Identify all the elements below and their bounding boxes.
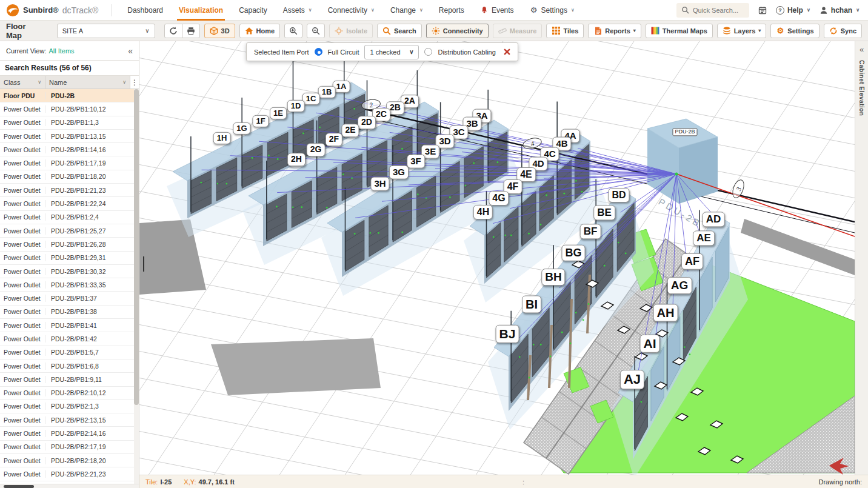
table-row[interactable]: Power OutletPDU-2B/PB1:29,31	[0, 252, 139, 265]
column-header-name[interactable]: Name ∨	[45, 76, 130, 89]
rack-label-2h[interactable]: 2H	[287, 153, 305, 166]
table-row[interactable]: Power OutletPDU-2B/PB2:14,16	[0, 427, 139, 440]
table-row[interactable]: Power OutletPDU-2B/PB1:14,16	[0, 143, 139, 156]
rack-label-af[interactable]: AF	[681, 253, 703, 270]
nav-item-events[interactable]: Events	[472, 0, 522, 21]
table-row[interactable]: Power OutletPDU-2B/PB1:37	[0, 292, 139, 305]
table-menu-icon[interactable]: ⋮	[130, 76, 139, 89]
table-row[interactable]: Power OutletPDU-2B/PB2:18,20	[0, 454, 139, 467]
rack-label-2g[interactable]: 2G	[307, 143, 326, 156]
rack-label-bj[interactable]: BJ	[496, 325, 519, 343]
rack-label-bi[interactable]: BI	[522, 296, 541, 313]
rack-label-1h[interactable]: 1H	[213, 132, 231, 144]
table-row[interactable]: Power OutletPDU-2B/PB1:22,24	[0, 197, 139, 210]
site-selector[interactable]: SITE A ∨	[57, 24, 155, 38]
table-row[interactable]: Power OutletPDU-2B/PB2:21,23	[0, 467, 139, 481]
search-button[interactable]: Search	[377, 24, 422, 38]
rack-label-ah[interactable]: AH	[653, 304, 678, 322]
scrollbar-thumb[interactable]	[134, 89, 139, 405]
rack-label-3f[interactable]: 3F	[407, 155, 425, 169]
print-button[interactable]	[182, 24, 200, 38]
scrollbar-thumb[interactable]	[4, 485, 34, 488]
floor-map-3d-canvas[interactable]: PDU-2B Selected Item Port Full Circuit 1…	[139, 41, 855, 475]
table-row[interactable]: Power OutletPDU-2B/PB1:5,7	[0, 346, 139, 359]
isolate-button[interactable]: Isolate	[329, 24, 373, 38]
rack-label-bf[interactable]: BF	[580, 224, 601, 239]
table-row[interactable]: Power OutletPDU-2B/PB1:1,3	[0, 116, 139, 130]
rack-label-1f[interactable]: 1F	[252, 115, 269, 127]
rack-label-ae[interactable]: AE	[693, 230, 715, 246]
checked-items-dropdown[interactable]: 1 checked ∨	[364, 45, 419, 59]
rack-label-bh[interactable]: BH	[541, 269, 565, 286]
selected-item-port-radio[interactable]	[315, 48, 322, 56]
table-row[interactable]: Power OutletPDU-2B/PB2:10,12	[0, 387, 139, 400]
column-header-class[interactable]: Class ∨	[0, 76, 45, 89]
zoom-out-button[interactable]	[307, 24, 325, 38]
table-row[interactable]: Power OutletPDU-2B/PB1:18,20	[0, 170, 139, 184]
table-row[interactable]: Power OutletPDU-2B/PB2:1,3	[0, 400, 139, 413]
table-row[interactable]: Power OutletPDU-2B/PB1:30,32	[0, 265, 139, 278]
table-row[interactable]: Power OutletPDU-2B/PB1:41	[0, 319, 139, 332]
settings-button[interactable]: ⚙Settings	[770, 24, 819, 38]
table-row[interactable]: Power OutletPDU-2B/PB1:33,35	[0, 278, 139, 292]
table-row[interactable]: Power OutletPDU-2B/PB1:38	[0, 306, 139, 319]
table-row[interactable]: Power OutletPDU-2B/PB2:13,15	[0, 413, 139, 427]
user-menu[interactable]: hchan ∨	[820, 6, 860, 15]
nav-item-capacity[interactable]: Capacity	[231, 0, 275, 21]
table-row[interactable]: Power OutletPDU-2B/PB1:13,15	[0, 130, 139, 143]
table-row[interactable]: Power OutletPDU-2B/PB1:17,19	[0, 156, 139, 170]
rack-label-4g[interactable]: 4G	[489, 191, 509, 206]
table-row[interactable]: Floor PDUPDU-2B	[0, 89, 139, 102]
table-row[interactable]: Power OutletPDU-2B/PB1:42	[0, 332, 139, 346]
close-icon[interactable]	[504, 48, 510, 55]
cabinet-elevation-tab[interactable]: Cabinet Elevation	[858, 60, 865, 116]
rack-label-3h[interactable]: 3H	[370, 177, 389, 191]
table-row[interactable]: Power OutletPDU-2B/PB1:10,12	[0, 102, 139, 116]
current-view-value[interactable]: All Items	[48, 47, 74, 55]
measure-button[interactable]: Measure	[493, 24, 542, 38]
refresh-button[interactable]	[164, 24, 182, 38]
nav-item-connectivity[interactable]: Connectivity∨	[320, 0, 382, 21]
tiles-button[interactable]: Tiles	[546, 24, 584, 38]
rack-label-ai[interactable]: AI	[640, 335, 660, 353]
rack-label-2e[interactable]: 2E	[341, 124, 359, 137]
rack-label-1d[interactable]: 1D	[287, 100, 305, 112]
rack-label-1b[interactable]: 1B	[318, 86, 336, 98]
rack-label-be[interactable]: BE	[593, 205, 615, 220]
quick-search-input[interactable]	[693, 7, 744, 14]
rack-label-ag[interactable]: AG	[667, 277, 692, 294]
sidebar-vertical-scrollbar[interactable]	[134, 89, 139, 484]
distribution-cabling-radio[interactable]	[424, 48, 432, 56]
table-row[interactable]: Power OutletPDU-2B/PB1:25,27	[0, 224, 139, 238]
layers-button[interactable]: Layers▾	[717, 24, 767, 38]
home-button[interactable]: Home	[239, 24, 281, 38]
nav-item-reports[interactable]: Reports	[431, 0, 472, 21]
rack-label-1e[interactable]: 1E	[270, 107, 287, 119]
rack-label-3g[interactable]: 3G	[389, 165, 409, 179]
nav-item-change[interactable]: Change∨	[382, 0, 431, 21]
rack-label-ad[interactable]: AD	[703, 212, 725, 227]
panel-collapse-icon[interactable]: «	[860, 45, 864, 54]
rack-label-2d[interactable]: 2D	[358, 116, 376, 129]
sync-button[interactable]: Sync	[824, 24, 862, 38]
rack-label-aj[interactable]: AJ	[620, 370, 644, 389]
table-row[interactable]: Power OutletPDU-2B/PB1:26,28	[0, 238, 139, 251]
rack-label-4h[interactable]: 4H	[473, 205, 493, 219]
nav-item-assets[interactable]: Assets∨	[275, 0, 320, 21]
rack-label-bg[interactable]: BG	[562, 245, 586, 261]
rack-label-1g[interactable]: 1G	[233, 122, 250, 135]
table-row[interactable]: Power OutletPDU-2B/PB2:17,19	[0, 441, 139, 454]
table-row[interactable]: Power OutletPDU-2B/PB1:21,23	[0, 184, 139, 197]
reports-button[interactable]: Reports▾	[588, 24, 641, 38]
nav-item-dashboard[interactable]: Dashboard	[119, 0, 171, 21]
zoom-in-button[interactable]	[284, 24, 302, 38]
3d-button[interactable]: 3D	[204, 24, 235, 38]
table-row[interactable]: Power OutletPDU-2B/PB1:9,11	[0, 373, 139, 386]
sidebar-collapse-icon[interactable]: «	[128, 46, 133, 56]
table-row[interactable]: Power OutletPDU-2B/PB1:2,4	[0, 211, 139, 224]
pdu-label-pdu-2b[interactable]: PDU-2B	[672, 128, 697, 136]
quick-search[interactable]	[676, 3, 749, 18]
rack-label-2f[interactable]: 2F	[326, 133, 342, 146]
table-row[interactable]: Power OutletPDU-2B/PB1:6,8	[0, 359, 139, 373]
nav-item-settings[interactable]: ⚙Settings∨	[522, 0, 583, 21]
